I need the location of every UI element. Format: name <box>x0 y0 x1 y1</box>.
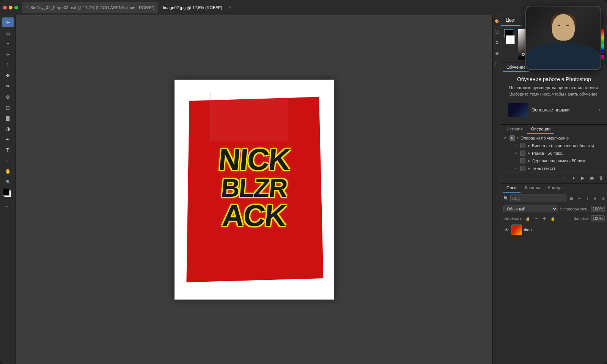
actions-stop-btn[interactable]: □ <box>561 174 568 182</box>
tool-more[interactable]: ⋯ <box>2 202 14 212</box>
color-swatches[interactable] <box>3 189 13 199</box>
path-icon: ⊿ <box>6 158 10 163</box>
actions-play-btn[interactable]: ▶ <box>579 174 587 182</box>
action-row-vinietka[interactable]: ✓ ▶ Виньетка (выделенная область) <box>501 142 607 149</box>
foreground-color-swatch[interactable] <box>3 189 9 196</box>
actions-delete-btn[interactable]: 🗑 <box>597 174 605 182</box>
dodge-icon: ◑ <box>6 126 10 132</box>
actions-tab-операции[interactable]: Операции <box>527 125 554 134</box>
opacity-input[interactable] <box>591 206 605 212</box>
layers-search-input[interactable] <box>510 195 566 202</box>
canvas[interactable]: NICK BLZR ACK <box>175 80 334 300</box>
layer-name-fon: Фон <box>524 228 605 232</box>
layers-controls: Обычный Непрозрачность: <box>501 204 607 214</box>
tool-text[interactable]: T <box>2 145 14 155</box>
layer-row-fon[interactable]: 👁 Фон <box>501 223 607 237</box>
close-dot[interactable] <box>3 6 7 9</box>
action-check-main: ✓ <box>503 136 508 140</box>
tool-crop[interactable]: ⊹ <box>2 49 14 59</box>
action-check-ten: ✓ <box>514 166 519 171</box>
tab-sincity[interactable]: × SinCity_02_Etape02.psd @ 11,7% (LOGO A… <box>22 2 158 13</box>
tool-lasso[interactable]: ⌖ <box>2 39 14 49</box>
tabs-collapse-icon[interactable]: ≫ <box>227 5 232 9</box>
tool-stamp[interactable]: ⊛ <box>2 92 14 102</box>
actions-new-set-btn[interactable]: ▣ <box>588 174 596 182</box>
action-expand-ten[interactable]: ▶ <box>528 166 530 170</box>
bg-swatch[interactable] <box>506 35 515 44</box>
action-label-ten: Тень (текст) <box>532 166 605 171</box>
tool-rect-select[interactable]: ▭ <box>2 28 14 38</box>
tool-pen[interactable]: ✒ <box>2 134 14 144</box>
layers-search-btn5[interactable]: ⊙ <box>600 195 607 202</box>
canvas-artwork: NICK BLZR ACK <box>175 80 334 300</box>
actions-record-btn[interactable]: ● <box>570 174 577 182</box>
layers-tab-слои[interactable]: Слои <box>503 184 521 193</box>
tool-eraser[interactable]: ◻ <box>2 102 14 112</box>
tool-zoom[interactable]: 🔍 <box>2 177 14 187</box>
actions-tab-история[interactable]: История <box>503 125 527 134</box>
learn-title: Обучение работе в Photoshop <box>506 76 602 82</box>
eyedrop-icon: ⌇ <box>7 63 9 67</box>
learn-content: Обучение работе в Photoshop Пошаговые ру… <box>501 72 607 123</box>
tool-move[interactable]: ✛ <box>2 17 14 27</box>
action-row-ramka50[interactable]: ✓ ▶ Рамка - 50 пикс. <box>501 149 607 157</box>
blend-mode-select[interactable]: Обычный <box>503 206 558 212</box>
learn-skill-основные[interactable]: Основные навыки › <box>506 101 602 119</box>
panel-icon-info[interactable]: ⓘ <box>493 28 501 36</box>
tool-path[interactable]: ⊿ <box>2 155 14 165</box>
zoom-icon: 🔍 <box>6 180 10 184</box>
layers-search-btn4[interactable]: ≡ <box>592 195 599 202</box>
layer-eye-fon[interactable]: 👁 <box>503 227 510 233</box>
panel-icon-square[interactable]: □ <box>493 60 501 67</box>
action-expand-derevo[interactable]: ▶ <box>528 159 530 163</box>
top-bar: × SinCity_02_Etape02.psd @ 11,7% (LOGO A… <box>0 0 607 15</box>
layer-thumb-fon-inner <box>512 225 522 235</box>
panel-icon-color[interactable]: 🎨 <box>493 17 501 25</box>
gradient-icon: ▓ <box>6 115 9 121</box>
maximize-dot[interactable] <box>14 6 18 9</box>
tool-hand[interactable]: ✋ <box>2 166 14 176</box>
tool-eyedrop[interactable]: ⌇ <box>2 60 14 70</box>
fill-label: Заливка: <box>574 217 590 221</box>
search-icon: 🔍 <box>503 196 509 201</box>
tab-sincity-close[interactable]: × <box>26 5 28 9</box>
tool-gradient[interactable]: ▓ <box>2 113 14 123</box>
layers-search-btn3[interactable]: T <box>584 195 591 202</box>
tool-heal[interactable]: ✥ <box>2 71 14 80</box>
color-tab-цвет[interactable]: Цвет <box>501 15 521 26</box>
eye-right <box>566 25 569 26</box>
tab-image02[interactable]: Image02.jpg @ 12,5% (RGB/8*) <box>159 2 226 13</box>
action-expand-vinietka[interactable]: ▶ <box>528 144 530 147</box>
lock-btn-4[interactable]: 🔒 <box>549 215 556 222</box>
action-row-ten[interactable]: ✓ ▶ Тень (текст) <box>501 165 607 172</box>
action-check-ramka50: ✓ <box>514 151 519 155</box>
lock-btn-2[interactable]: ✏ <box>533 215 539 222</box>
panel-icon-brush-settings[interactable]: ⚙ <box>493 39 501 46</box>
minimize-dot[interactable] <box>9 6 13 9</box>
graffiti-text: NICK BLZR ACK <box>175 80 334 300</box>
action-row-derevo[interactable]: ▶ Деревянная рамка - 50 пикс. <box>501 157 607 165</box>
lock-btn-3[interactable]: ✛ <box>541 215 548 222</box>
layers-tab-контуры[interactable]: Контуры <box>544 184 568 193</box>
tab-sincity-label: SinCity_02_Etape02.psd @ 11,7% (LOGO ARE… <box>30 5 154 10</box>
fill-input[interactable] <box>591 215 605 221</box>
action-group-main[interactable]: ✓ ▶ ▾ Операции по умолчанию <box>501 134 607 142</box>
action-icon-main: ▶ <box>510 135 515 141</box>
learn-skill-thumb-inner <box>508 103 528 117</box>
tool-dodge[interactable]: ◑ <box>2 124 14 133</box>
action-expand-ramka50[interactable]: ▶ <box>528 151 530 155</box>
layers-search-btn2[interactable]: ✏ <box>576 195 583 202</box>
lock-btn-1[interactable]: 🔒 <box>524 215 531 222</box>
layers-search-btn1[interactable]: ⊞ <box>568 195 575 202</box>
action-icon-vinietka <box>520 143 525 148</box>
webcam-area <box>525 6 601 70</box>
layers-panel: Слои Каналы Контуры 🔍 ⊞ ✏ T ≡ ⊙ Обычный <box>501 184 607 364</box>
tool-brush[interactable]: ✏ <box>2 81 14 91</box>
lasso-icon: ⌖ <box>7 41 9 46</box>
crop-icon: ⊹ <box>6 52 10 57</box>
learn-skill-arrow: › <box>599 107 600 113</box>
panel-icon-extra[interactable]: ◈ <box>493 49 501 57</box>
layers-tab-каналы[interactable]: Каналы <box>521 184 544 193</box>
actions-tabs: История Операции <box>501 125 607 134</box>
action-expand-main[interactable]: ▾ <box>517 136 519 140</box>
